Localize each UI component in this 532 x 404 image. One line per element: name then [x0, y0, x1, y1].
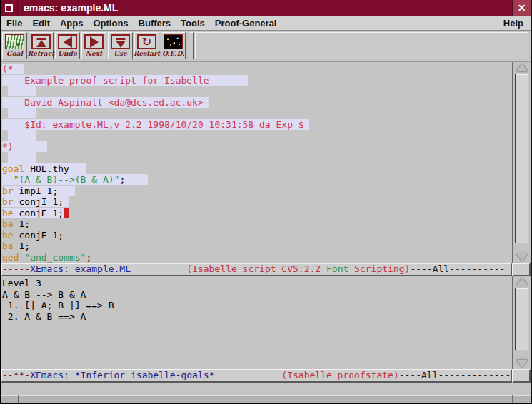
modeline-corner [512, 369, 531, 383]
use-icon [111, 34, 130, 49]
modeline-corner [512, 263, 531, 276]
code-line: Example proof script for Isabelle [2, 75, 512, 86]
code-line: goal HOL.thy [2, 163, 512, 175]
titlebar[interactable]: emacs: example.ML ✕ [1, 0, 531, 16]
goals-line: Level 3 [2, 278, 512, 289]
qed-image-icon [164, 34, 183, 49]
menubar: File Edit Apps Options Buffers Tools Pro… [1, 16, 531, 31]
scroll-up-icon[interactable] [516, 278, 528, 286]
close-button[interactable]: ✕ [512, 0, 531, 16]
modeline-buffer-name: XEmacs: *Inferior isabelle-goals* [30, 370, 214, 380]
window-title: emacs: example.ML [18, 0, 512, 16]
goal-image-icon [5, 34, 24, 49]
resize-grip-left[interactable] [18, 395, 19, 403]
code-line [2, 152, 512, 163]
menu-item-options[interactable]: Options [93, 18, 128, 29]
resize-grip-right[interactable] [512, 395, 513, 403]
scroll-down-icon[interactable] [516, 360, 528, 368]
menu-item-tools[interactable]: Tools [181, 18, 205, 29]
goals-buffer[interactable]: Level 3A & B --> B & A 1. [| A; B |] ==>… [1, 276, 512, 369]
undo-button[interactable]: Undo [55, 32, 80, 59]
qed-button[interactable]: Q.E.D. [161, 32, 186, 59]
goals-scrollbar-thumb[interactable] [515, 288, 528, 350]
scroll-down-icon[interactable] [516, 253, 528, 261]
minibuffer[interactable] [1, 383, 531, 395]
toolbar: Goal Retract Undo Next Use ↻ Restart Q.E… [1, 31, 531, 61]
menu-item-file[interactable]: File [6, 18, 22, 29]
goals-line: 2. A & B ==> A [2, 311, 512, 323]
goals-line: 1. [| A; B |] ==> B [2, 300, 512, 311]
next-icon [84, 34, 104, 49]
next-button[interactable]: Next [81, 32, 106, 59]
toolbar-spacer [195, 32, 528, 59]
window-menu-button[interactable] [1, 0, 18, 16]
menu-item-edit[interactable]: Edit [32, 18, 50, 29]
menu-item-help[interactable]: Help [503, 18, 523, 29]
window-menu-icon [5, 4, 13, 12]
xemacs-window: emacs: example.ML ✕ File Edit Apps Optio… [0, 0, 532, 404]
goals-scrollbar[interactable] [512, 276, 531, 369]
modeline-script: -----XEmacs: example.ML (Isabelle script… [1, 263, 512, 276]
goal-button[interactable]: Goal [2, 32, 27, 59]
retract-button[interactable]: Retract [29, 32, 54, 59]
code-line [2, 130, 512, 141]
code-line: be conjE 1; [2, 208, 512, 219]
menu-item-proof-general[interactable]: Proof-General [215, 18, 277, 29]
menu-item-buffers[interactable]: Buffers [139, 18, 171, 29]
code-line: *) [2, 141, 512, 153]
code-line: br conjI 1; [2, 196, 512, 208]
code-line: (* [2, 64, 512, 75]
retract-icon [31, 34, 51, 49]
restart-icon: ↻ [137, 34, 156, 49]
modeline-buffer-name: XEmacs: example.ML [30, 263, 131, 274]
toolbar-separator [189, 32, 194, 59]
code-line: "(A & B)-->(B & A)"; [2, 174, 512, 186]
code-line: br impI 1; [2, 186, 512, 197]
code-line: ba 1; [2, 241, 512, 252]
script-buffer[interactable]: (* Example proof script for Isabelle Dav… [1, 62, 512, 263]
code-line: ba 1; [2, 218, 512, 230]
undo-icon [58, 34, 77, 49]
code-line: David Aspinall <da@dcs.ed.ac.uk> [2, 97, 512, 108]
close-icon: ✕ [518, 2, 526, 14]
restart-button[interactable]: ↻ Restart [134, 32, 159, 59]
goals-line: A & B --> B & A [2, 289, 512, 301]
window-resize-frame[interactable] [1, 395, 531, 404]
text-cursor [64, 208, 69, 218]
code-line: be conjE 1; [2, 230, 512, 241]
scroll-up-icon[interactable] [516, 64, 528, 71]
code-line [2, 108, 512, 119]
use-button[interactable]: Use [108, 32, 133, 59]
script-scrollbar-thumb[interactable] [515, 74, 528, 243]
menu-item-apps[interactable]: Apps [60, 18, 84, 29]
code-line: $Id: example.ML,v 2.2 1998/10/20 10:31:5… [2, 119, 512, 131]
modeline-goals: --**-XEmacs: *Inferior isabelle-goals* (… [1, 369, 512, 383]
script-scrollbar[interactable] [512, 62, 531, 263]
code-line [2, 86, 512, 97]
code-line: qed "and_comms"; [2, 252, 512, 263]
